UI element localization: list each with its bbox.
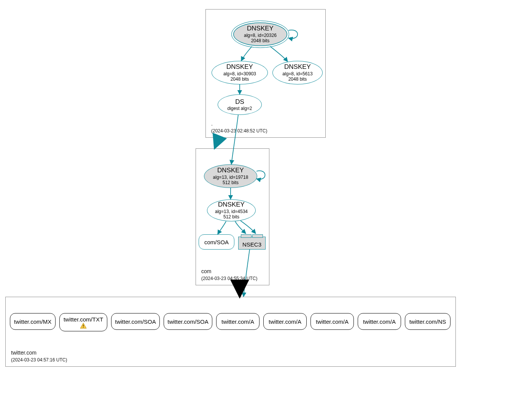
com-nsec3-label: NSEC3: [242, 241, 261, 248]
leaf-rr-a2: twitter.com/A: [263, 313, 307, 330]
root-zsk2-alg: alg=8, id=5613: [282, 71, 312, 76]
com-ksk-node: DNSKEY alg=13, id=19718 512 bits: [204, 164, 257, 188]
root-ksk-title: DNSKEY: [247, 25, 274, 32]
com-zsk-node: DNSKEY alg=13, id=4534 512 bits: [207, 199, 256, 221]
root-zsk1-bits: 2048 bits: [231, 76, 249, 82]
leaf-rr-a4: twitter.com/A: [358, 313, 401, 330]
com-soa-label: com/SOA: [204, 239, 229, 245]
com-ksk-bits: 512 bits: [223, 180, 239, 185]
leaf-rr-a1-label: twitter.com/A: [221, 318, 254, 325]
svg-rect-2: [83, 327, 84, 328]
leaf-rr-soa1: twitter.com/SOA: [111, 313, 160, 330]
zone-com-name: com: [201, 268, 211, 274]
root-ds-title: DS: [235, 98, 244, 106]
root-zsk1-alg: alg=8, id=30903: [223, 71, 256, 76]
root-ds-alg: digest alg=2: [227, 106, 252, 111]
zone-root-time: (2024-03-23 02:48:52 UTC): [211, 128, 267, 134]
com-zsk-alg: alg=13, id=4534: [215, 209, 248, 214]
root-zsk1-title: DNSKEY: [226, 63, 253, 71]
zone-leaf-name: twitter.com: [11, 350, 37, 356]
leaf-rr-txt-label: twitter.com/TXT: [64, 316, 103, 323]
leaf-rr-ns: twitter.com/NS: [405, 313, 451, 330]
com-ksk-title: DNSKEY: [217, 167, 244, 174]
root-ksk-alg: alg=8, id=20326: [244, 33, 277, 38]
com-zsk-bits: 512 bits: [223, 214, 239, 220]
com-nsec3-node: NSEC3: [238, 237, 266, 250]
leaf-rr-soa1-label: twitter.com/SOA: [115, 318, 156, 325]
root-zsk2-node: DNSKEY alg=8, id=5613 2048 bits: [272, 61, 323, 84]
leaf-rr-ns-label: twitter.com/NS: [409, 318, 446, 325]
root-zsk2-title: DNSKEY: [284, 63, 311, 71]
zone-com-time: (2024-03-23 04:55:34 UTC): [201, 276, 257, 281]
leaf-rr-soa2-label: twitter.com/SOA: [167, 318, 209, 325]
root-zsk1-node: DNSKEY alg=8, id=30903 2048 bits: [212, 61, 268, 84]
leaf-rr-txt: twitter.com/TXT: [59, 313, 107, 331]
leaf-rr-soa2: twitter.com/SOA: [164, 313, 212, 330]
zone-leaf: twitter.com (2024-03-23 04:57:16 UTC): [5, 297, 456, 367]
leaf-rr-a3-label: twitter.com/A: [316, 318, 349, 325]
com-ksk-alg: alg=13, id=19718: [213, 175, 248, 180]
zone-leaf-time: (2024-03-23 04:57:16 UTC): [11, 357, 67, 363]
leaf-rr-a3: twitter.com/A: [310, 313, 354, 330]
dnssec-graph: . (2024-03-23 02:48:52 UTC) DNSKEY alg=8…: [0, 0, 519, 420]
leaf-rr-a4-label: twitter.com/A: [363, 318, 396, 325]
leaf-rr-mx-label: twitter.com/MX: [14, 318, 51, 325]
com-soa-node: com/SOA: [199, 234, 234, 250]
zone-root-name: .: [211, 121, 213, 127]
root-ksk-node: DNSKEY alg=8, id=20326 2048 bits: [231, 21, 289, 48]
root-ksk-bits: 2048 bits: [251, 38, 270, 43]
leaf-rr-a1: twitter.com/A: [216, 313, 260, 330]
leaf-rr-a2-label: twitter.com/A: [269, 318, 301, 325]
svg-rect-1: [83, 325, 84, 326]
root-zsk2-bits: 2048 bits: [288, 76, 307, 82]
com-zsk-title: DNSKEY: [218, 201, 245, 208]
leaf-rr-mx: twitter.com/MX: [10, 313, 56, 330]
root-ds-node: DS digest alg=2: [218, 94, 262, 115]
warning-icon: [80, 323, 87, 329]
